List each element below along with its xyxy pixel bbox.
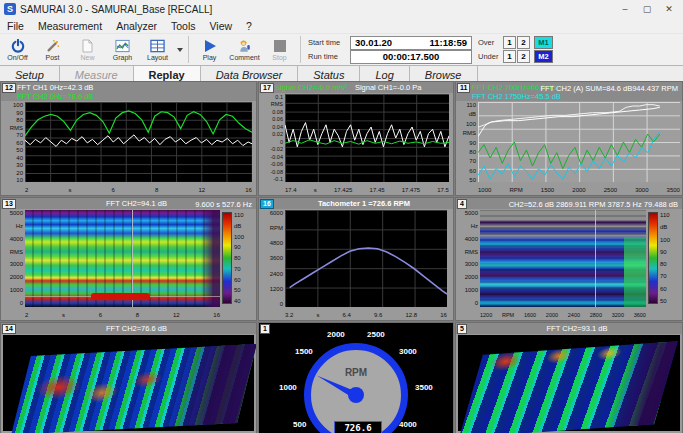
window-title: SAMURAI 3.0 - SAMURAI_Base [RECALL] — [20, 4, 615, 15]
panel-tachometer-curve: 16 Tachometer 1 =726.6 RPM 6000RPM480036… — [258, 197, 454, 321]
tick-label: s — [62, 312, 65, 318]
tick-label: 80 — [16, 117, 23, 123]
m2-button[interactable]: M2 — [534, 50, 553, 63]
m1-button[interactable]: M1 — [534, 36, 553, 49]
panel-title: FFT CH2=76.6 dB — [106, 324, 167, 333]
tick-label: 12 — [198, 187, 205, 193]
panel-number-badge[interactable]: 4 — [457, 199, 467, 209]
tick-label: 70 — [469, 158, 476, 164]
minimize-button[interactable]: – — [615, 4, 635, 14]
under-2-button[interactable]: 2 — [517, 50, 530, 63]
tick-label: 1000 — [465, 287, 478, 293]
waterfall-plot-area[interactable] — [3, 335, 254, 431]
tach-plot-area[interactable] — [285, 210, 447, 307]
fft-plot-area[interactable] — [25, 102, 252, 182]
tick-label: 6.4 — [343, 312, 351, 318]
sum-trace-b — [478, 107, 660, 136]
post-button[interactable]: Post — [35, 34, 70, 65]
tick-label: 1200 — [480, 312, 492, 318]
time-display-group: Start time 30.01.20 11:18:59 Run time 00… — [308, 34, 472, 65]
start-time-field[interactable]: 30.01.20 11:18:59 — [350, 36, 472, 50]
new-button[interactable]: New — [70, 34, 105, 65]
sum-trace-a — [478, 105, 660, 128]
under-1-button[interactable]: 1 — [503, 50, 516, 63]
cursor-readout: 9.600 s 527.6 Hz — [195, 200, 252, 209]
tick-label: 3500 — [667, 187, 680, 193]
menu-tools[interactable]: Tools — [164, 20, 203, 32]
tick-label: 2400 — [270, 271, 283, 277]
tick-label: 3200 — [612, 312, 624, 318]
wand-icon — [46, 39, 60, 54]
over-1-button[interactable]: 1 — [503, 36, 516, 49]
panel-number-badge[interactable]: 14 — [2, 324, 16, 334]
signal-plot-area[interactable] — [285, 94, 449, 182]
spectrogram-image[interactable] — [25, 210, 220, 307]
menu-measurement[interactable]: Measurement — [31, 20, 109, 32]
start-time-label: Start time — [308, 38, 350, 47]
tick-label: 100 — [660, 237, 678, 243]
tick-label: 17.4 — [285, 187, 297, 193]
comment-button[interactable]: Comment — [227, 34, 262, 65]
panel-number-badge[interactable]: 1 — [260, 324, 270, 334]
layout-grid-icon — [150, 39, 165, 54]
panel-number-badge[interactable]: 5 — [457, 324, 467, 334]
hot-band — [91, 293, 150, 300]
under-label: Under — [478, 52, 502, 61]
panel-number-badge[interactable]: 13 — [2, 199, 16, 209]
x-axis-ticks: 17.4s17.42517.4517.47517.5 — [285, 187, 449, 193]
fft-ch1-trace — [25, 135, 252, 147]
tick-label: dB — [660, 224, 678, 230]
rpm-cursor-line[interactable] — [595, 210, 596, 307]
play-button[interactable]: Play — [192, 34, 227, 65]
gauge-tick-2500: 2500 — [367, 330, 385, 339]
panel-number-badge[interactable]: 17 — [260, 83, 274, 93]
panel-number-badge[interactable]: 12 — [2, 83, 16, 93]
menu-file[interactable]: File — [0, 20, 31, 32]
layout-button[interactable]: Layout — [140, 34, 175, 65]
y-axis-ticks: 110dB100RMS9080706050 — [456, 102, 476, 183]
tick-label: 60 — [469, 168, 476, 174]
menu-analyzer[interactable]: Analyzer — [109, 20, 164, 32]
spectrogram-rpm-image[interactable] — [480, 210, 646, 307]
colorbar-labels: 110dB1009080706050 — [660, 212, 678, 304]
panel-title-ch2: Signal CH2=-0.0 m/s² — [275, 83, 347, 92]
run-time-field[interactable]: 00:00:17.500 — [350, 50, 472, 64]
graph-button[interactable]: Graph — [105, 34, 140, 65]
tick-label: 0 — [20, 300, 23, 306]
maximize-button[interactable]: ▢ — [637, 4, 657, 14]
panel-number-badge[interactable]: 16 — [260, 199, 274, 209]
tick-label: 80 — [660, 261, 678, 267]
waterfall-plot-area[interactable] — [458, 335, 680, 431]
tick-label: 6 — [112, 187, 115, 193]
play-icon — [203, 39, 217, 54]
gauge-area[interactable]: RPM 500 1000 1500 2000 2500 3000 3500 40… — [259, 323, 453, 433]
tick-label: -0.04 — [270, 154, 283, 160]
fft-rpm-plot-area[interactable] — [478, 102, 680, 182]
menu-help[interactable]: ? — [239, 20, 259, 32]
tick-label: 60 — [234, 277, 252, 283]
over-2-button[interactable]: 2 — [517, 36, 530, 49]
layout-dropdown-caret[interactable] — [177, 48, 183, 52]
panel-title-line1: FFT CH1 0Hz=42.3 dB — [17, 83, 93, 92]
fft-ch2-trace — [25, 111, 252, 136]
x-axis-ticks: 1000RPM15002000250030003500 — [478, 187, 680, 193]
tick-label: 50 — [16, 147, 23, 153]
onoff-button[interactable]: On/Off — [0, 34, 35, 65]
tachometer-trace — [285, 210, 447, 307]
tick-label: 1000 — [478, 187, 491, 193]
stop-button[interactable]: Stop — [262, 34, 297, 65]
menu-view[interactable]: View — [203, 20, 240, 32]
panel-title: Tachometer 1 =726.6 RPM — [318, 199, 410, 208]
tick-label: 12.8 — [405, 312, 417, 318]
panel-header: Signal CH2=-0.0 m/s² Signal CH1=-0.0 Pa — [259, 82, 453, 93]
panel-header: FFT CH1 0Hz=42.3 dB FFT CH2 0Hz=78.6 dB — [1, 82, 256, 101]
close-button[interactable]: ✕ — [659, 4, 679, 14]
panel-waterfall-right: 5 FFT CH2=93.1 dB — [455, 322, 683, 433]
panel-header: FFT CH2 700Hz=66.6 dB FFT CH2 1750Hz=45.… — [456, 82, 682, 101]
fft-traces — [25, 102, 252, 182]
x-axis-ticks: 3.2s6.49.612.816 — [285, 312, 447, 318]
tick-label: RMS — [463, 130, 476, 136]
tick-label: 17.425 — [334, 187, 352, 193]
tick-label: 70 — [234, 266, 252, 272]
panel-number-badge[interactable]: 11 — [457, 83, 470, 93]
